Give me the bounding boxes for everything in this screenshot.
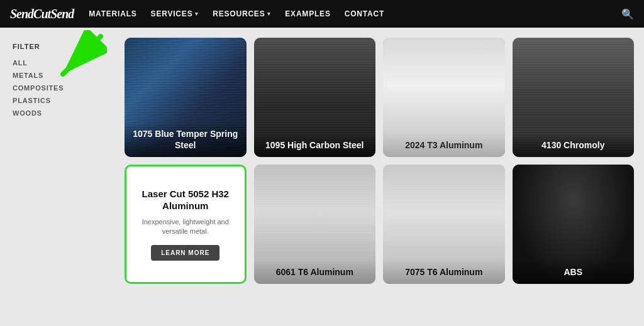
filter-metals[interactable]: METALS bbox=[13, 72, 107, 79]
learn-more-button[interactable]: LEARN MORE bbox=[151, 245, 219, 261]
main-layout: FILTER ALL METALS COMPOSITES PLASTICS WO… bbox=[0, 28, 644, 326]
card-label: 6061 T6 Aluminum bbox=[254, 260, 376, 284]
filter-composites[interactable]: COMPOSITES bbox=[13, 84, 107, 92]
card-label: 4130 Chromoly bbox=[513, 133, 635, 157]
card-label: ABS bbox=[513, 260, 635, 284]
filter-title: FILTER bbox=[13, 43, 107, 50]
card-label: 7075 T6 Aluminum bbox=[383, 260, 505, 284]
materials-row2: Laser Cut 5052 H32 Aluminum Inexpensive,… bbox=[125, 165, 634, 284]
material-card-abs[interactable]: ABS bbox=[513, 165, 635, 284]
nav-contact[interactable]: CONTACT bbox=[345, 9, 384, 18]
materials-grid: 1075 Blue Temper Spring Steel 1095 High … bbox=[119, 28, 644, 326]
logo[interactable]: SendCutSend bbox=[10, 7, 74, 21]
material-card-chromoly[interactable]: 4130 Chromoly bbox=[513, 38, 635, 157]
services-chevron-icon: ▾ bbox=[195, 11, 199, 17]
nav-links: MATERIALS SERVICES ▾ RESOURCES ▾ EXAMPLE… bbox=[89, 9, 606, 18]
material-card-featured[interactable]: Laser Cut 5052 H32 Aluminum Inexpensive,… bbox=[125, 165, 247, 284]
card-label: 1075 Blue Temper Spring Steel bbox=[125, 122, 247, 157]
materials-row1: 1075 Blue Temper Spring Steel 1095 High … bbox=[125, 38, 634, 157]
card-label: 2024 T3 Aluminum bbox=[383, 133, 505, 157]
material-card-high-carbon[interactable]: 1095 High Carbon Steel bbox=[254, 38, 376, 157]
card-label: 1095 High Carbon Steel bbox=[254, 133, 376, 157]
nav-resources[interactable]: RESOURCES ▾ bbox=[213, 9, 271, 18]
navbar: SendCutSend MATERIALS SERVICES ▾ RESOURC… bbox=[0, 0, 644, 28]
resources-chevron-icon: ▾ bbox=[267, 11, 271, 17]
filter-all[interactable]: ALL bbox=[13, 59, 107, 67]
search-icon[interactable]: 🔍 bbox=[621, 8, 634, 20]
sidebar: FILTER ALL METALS COMPOSITES PLASTICS WO… bbox=[0, 28, 119, 326]
nav-services[interactable]: SERVICES ▾ bbox=[151, 9, 199, 18]
nav-examples[interactable]: EXAMPLES bbox=[285, 9, 330, 18]
material-card-2024[interactable]: 2024 T3 Aluminum bbox=[383, 38, 505, 157]
filter-woods[interactable]: WOODS bbox=[13, 109, 107, 117]
material-card-7075[interactable]: 7075 T6 Aluminum bbox=[383, 165, 505, 284]
filter-plastics[interactable]: PLASTICS bbox=[13, 97, 107, 104]
featured-desc: Inexpensive, lightweight and versatile m… bbox=[136, 217, 235, 237]
material-card-blue-steel[interactable]: 1075 Blue Temper Spring Steel bbox=[125, 38, 247, 157]
nav-materials[interactable]: MATERIALS bbox=[89, 9, 136, 18]
featured-title: Laser Cut 5052 H32 Aluminum bbox=[136, 188, 235, 212]
material-card-6061[interactable]: 6061 T6 Aluminum bbox=[254, 165, 376, 284]
